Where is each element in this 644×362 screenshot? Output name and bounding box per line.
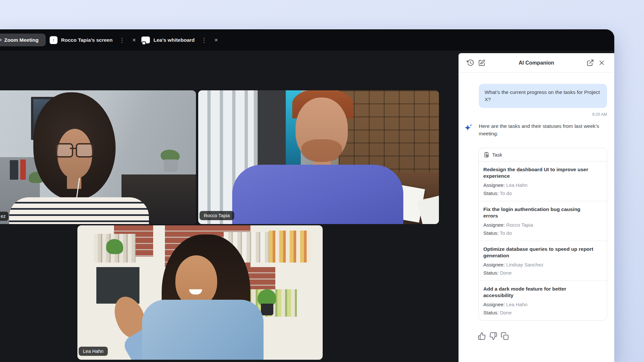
window-tab-bar: Zoom Meeting ↑ Rocco Tapia’s screen ⋮ ✕ … bbox=[0, 29, 614, 51]
task-card-title: Task bbox=[492, 152, 502, 158]
task-title: Redesign the dashboard UI to improve use… bbox=[483, 166, 594, 179]
status-value: Done bbox=[500, 270, 512, 276]
participant-video-lindsay[interactable]: ez bbox=[0, 90, 196, 224]
tab-close-icon[interactable]: ✕ bbox=[212, 37, 220, 44]
task-card-header: Task bbox=[479, 148, 607, 161]
participant-name-badge: Rocco Tapia bbox=[200, 211, 234, 220]
thumbs-down-icon[interactable] bbox=[489, 332, 497, 340]
task-row: Add a dark mode feature for better acces… bbox=[479, 281, 607, 320]
status-dot-icon bbox=[0, 39, 2, 41]
assignee-label: Assignee: bbox=[483, 302, 505, 307]
assignee-label: Assignee: bbox=[483, 222, 505, 228]
status-label: Status: bbox=[483, 230, 499, 236]
whiteboard-icon bbox=[141, 37, 150, 43]
participant-video-lea[interactable]: Lea Hahn bbox=[77, 225, 323, 360]
glasses bbox=[56, 143, 94, 156]
participant-video-rocco[interactable]: Rocco Tapia bbox=[198, 90, 439, 224]
participant-name-badge: ez bbox=[0, 212, 8, 221]
task-card: Task Redesign the dashboard UI to improv… bbox=[478, 148, 607, 321]
assignee-value: Lindsay Sanchez bbox=[506, 262, 543, 267]
assignee-label: Assignee: bbox=[483, 182, 505, 188]
participant-name-badge: Lea Hahn bbox=[79, 347, 108, 356]
pop-out-icon[interactable] bbox=[587, 59, 594, 67]
assignee-value: Rocco Tapia bbox=[506, 222, 533, 228]
ai-response-text: Here are the tasks and their statuses fr… bbox=[479, 122, 609, 137]
task-row: Redesign the dashboard UI to improve use… bbox=[479, 161, 607, 201]
share-screen-icon: ↑ bbox=[50, 36, 57, 44]
response-feedback-bar bbox=[478, 332, 509, 340]
task-title: Fix the login authentication bug causing… bbox=[483, 206, 594, 219]
status-label: Status: bbox=[483, 270, 499, 276]
user-chat-bubble: What’s the current progress on the tasks… bbox=[479, 84, 607, 108]
tab-menu-kebab-icon[interactable]: ⋮ bbox=[199, 36, 209, 44]
thumbs-up-icon[interactable] bbox=[478, 332, 486, 340]
status-value: To do bbox=[500, 190, 512, 196]
ai-companion-panel: AI Companion What’s the current progress… bbox=[459, 53, 614, 362]
task-row: Optimize database queries to speed up re… bbox=[479, 241, 607, 281]
ai-companion-sparkle-icon bbox=[464, 123, 473, 132]
task-row: Fix the login authentication bug causing… bbox=[479, 201, 607, 241]
zoom-meeting-window: Zoom Meeting ↑ Rocco Tapia’s screen ⋮ ✕ … bbox=[0, 29, 614, 362]
task-title: Optimize database queries to speed up re… bbox=[483, 246, 594, 259]
desktop-background: Zoom Meeting ↑ Rocco Tapia’s screen ⋮ ✕ … bbox=[0, 0, 644, 362]
status-label: Status: bbox=[483, 310, 499, 315]
assignee-label: Assignee: bbox=[483, 262, 505, 267]
copy-icon[interactable] bbox=[501, 332, 509, 340]
status-label: Status: bbox=[483, 190, 499, 196]
tab-lea-whiteboard[interactable]: Lea’s whiteboard ⋮ ✕ bbox=[141, 29, 220, 51]
tab-rocco-screen[interactable]: ↑ Rocco Tapia’s screen ⋮ ✕ bbox=[50, 29, 138, 51]
tab-label: Rocco Tapia’s screen bbox=[61, 37, 113, 43]
message-timestamp: 9:20 AM bbox=[592, 112, 607, 117]
task-title: Add a dark mode feature for better acces… bbox=[483, 286, 594, 299]
tab-label: Zoom Meeting bbox=[4, 37, 39, 43]
tab-close-icon[interactable]: ✕ bbox=[130, 37, 138, 44]
status-value: To do bbox=[500, 230, 512, 236]
status-value: Done bbox=[500, 310, 512, 315]
close-panel-icon[interactable] bbox=[598, 59, 605, 67]
tab-zoom-meeting[interactable]: Zoom Meeting bbox=[0, 34, 46, 46]
assignee-value: Lea Hahn bbox=[506, 182, 527, 188]
panel-header: AI Companion bbox=[459, 53, 614, 73]
assignee-value: Lea Hahn bbox=[506, 302, 527, 307]
task-list-icon bbox=[483, 152, 490, 158]
tab-label: Lea’s whiteboard bbox=[153, 37, 195, 43]
tab-menu-kebab-icon[interactable]: ⋮ bbox=[117, 36, 127, 44]
